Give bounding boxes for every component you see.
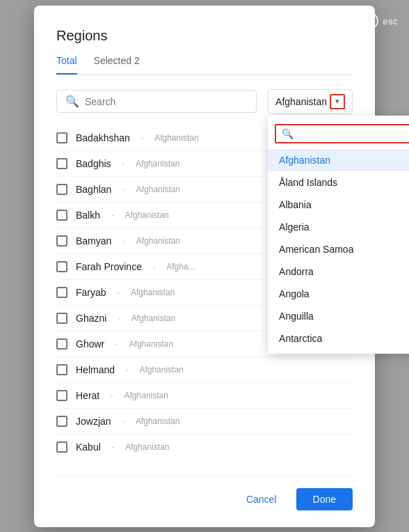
region-country: Afghanistan [136, 416, 179, 426]
country-dropdown-button[interactable]: Afghanistan ▾ [268, 89, 353, 114]
region-country: Afghanistan [136, 159, 179, 169]
country-option-algeria[interactable]: Algeria [268, 216, 409, 238]
region-country: Afgha... [166, 262, 195, 272]
country-option-albania[interactable]: Albania [268, 194, 409, 216]
country-option-american-samoa[interactable]: American Samoa [268, 238, 409, 260]
dropdown-search-box: 🔍 [275, 124, 409, 143]
region-dot: · [118, 313, 120, 323]
region-name: Kabul [76, 441, 101, 453]
region-country: Afghanistan [139, 365, 183, 375]
dropdown-search-icon: 🔍 [282, 128, 294, 139]
country-option-antigua[interactable]: Antigua & Barbuda [268, 350, 409, 351]
list-item: Helmand · Afghanistan [56, 357, 353, 383]
modal-footer: Cancel Done [56, 476, 353, 510]
dropdown-search-area: 🔍 [268, 121, 409, 149]
region-country: Afghanistan [131, 288, 175, 297]
country-filter-wrapper: Afghanistan ▾ 🔍 Afghanistan Åland Island… [268, 89, 353, 114]
cancel-button[interactable]: Cancel [235, 488, 288, 510]
region-country: Afghanistan [136, 236, 180, 246]
region-name: Badakhshan [76, 132, 130, 143]
region-dot: · [111, 210, 113, 220]
selected-country-label: Afghanistan [275, 96, 327, 107]
region-dot: · [126, 365, 128, 375]
region-dot: · [122, 185, 125, 194]
region-country: Afghanistan [125, 442, 169, 452]
region-dot: · [141, 133, 143, 143]
region-checkbox[interactable] [56, 287, 67, 298]
region-checkbox[interactable] [56, 210, 67, 221]
region-name: Jowzjan [76, 416, 111, 427]
region-dot: · [115, 339, 118, 349]
region-name: Helmand [76, 364, 115, 375]
region-checkbox[interactable] [56, 338, 67, 350]
region-checkbox[interactable] [56, 416, 67, 427]
region-checkbox[interactable] [56, 390, 67, 401]
country-list: Afghanistan Åland Islands Albania Algeri… [268, 149, 409, 351]
region-dot: · [122, 236, 125, 246]
region-name: Baghlan [76, 184, 111, 195]
region-name: Ghazni [76, 313, 106, 324]
region-country: Afghanistan [136, 185, 180, 194]
region-dot: · [118, 288, 120, 297]
region-checkbox[interactable] [56, 158, 67, 169]
chevron-down-icon: ▾ [330, 94, 345, 109]
country-dropdown-panel: 🔍 Afghanistan Åland Islands Albania Alge… [268, 116, 409, 354]
tab-selected[interactable]: Selected 2 [94, 55, 140, 75]
region-checkbox[interactable] [56, 441, 67, 453]
search-input[interactable] [85, 96, 248, 107]
search-icon: 🔍 [65, 95, 79, 108]
region-name: Faryab [76, 287, 106, 298]
list-item: Jowzjan · Afghanistan [56, 409, 353, 435]
region-name: Badghis [76, 158, 111, 169]
region-name: Bamyan [76, 235, 111, 247]
region-dot: · [111, 391, 113, 400]
filter-row: 🔍 Afghanistan ▾ 🔍 Afghanistan Åland Isla… [56, 89, 353, 114]
region-checkbox[interactable] [56, 313, 67, 324]
region-checkbox[interactable] [56, 132, 67, 143]
region-dot: · [122, 416, 125, 426]
list-item: Kabul · Afghanistan [56, 435, 353, 460]
region-country: Afghanistan [154, 133, 198, 143]
country-option-aland[interactable]: Åland Islands [268, 171, 409, 194]
region-dot: · [153, 262, 155, 272]
region-checkbox[interactable] [56, 261, 67, 272]
country-option-andorra[interactable]: Andorra [268, 260, 409, 283]
region-name: Farah Province [76, 261, 142, 272]
country-option-afghanistan[interactable]: Afghanistan [268, 149, 409, 171]
regions-modal: Regions Total Selected 2 🔍 Afghanistan ▾… [34, 6, 375, 527]
region-country: Afghanistan [125, 210, 168, 220]
region-name: Ghowr [76, 338, 104, 350]
list-item: Herat · Afghanistan [56, 383, 353, 409]
modal-title: Regions [56, 28, 353, 44]
dropdown-search-input[interactable] [298, 128, 407, 139]
region-country: Afghanistan [125, 391, 168, 400]
region-checkbox[interactable] [56, 235, 67, 247]
region-name: Balkh [76, 210, 100, 221]
region-country: Afghanistan [131, 313, 175, 323]
region-country: Afghanistan [129, 339, 173, 349]
region-checkbox[interactable] [56, 364, 67, 375]
search-box: 🔍 [56, 90, 257, 113]
country-option-anguilla[interactable]: Anguilla [268, 305, 409, 327]
region-dot: · [112, 442, 114, 452]
tabs-container: Total Selected 2 [56, 55, 353, 75]
country-option-angola[interactable]: Angola [268, 283, 409, 305]
region-dot: · [122, 159, 125, 169]
tab-total[interactable]: Total [56, 55, 77, 75]
country-option-antarctica[interactable]: Antarctica [268, 327, 409, 350]
region-name: Herat [76, 390, 99, 401]
esc-label: esc [383, 16, 398, 26]
region-checkbox[interactable] [56, 184, 67, 195]
done-button[interactable]: Done [296, 488, 353, 510]
